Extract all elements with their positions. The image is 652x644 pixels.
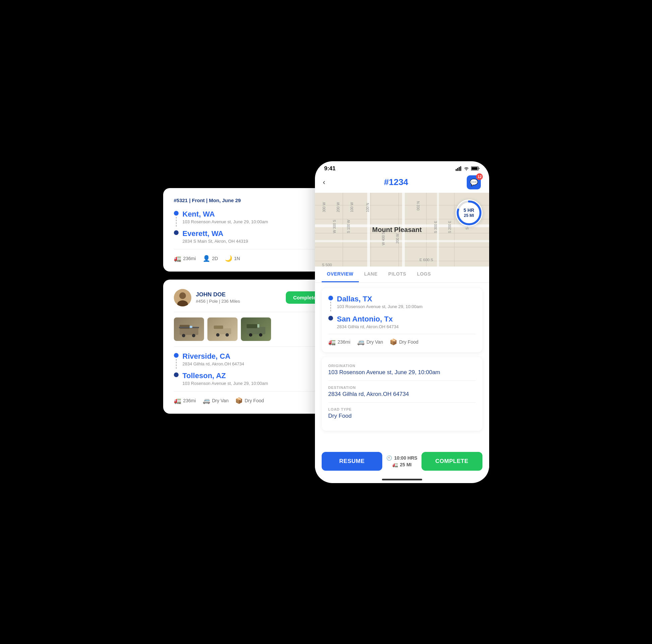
user-sub: #456 | Pole | 236 Miles — [196, 299, 240, 304]
food-icon: 📦 — [235, 397, 243, 404]
origin-label: ORIGINATION — [328, 364, 476, 368]
card2-dest-addr: 103 Rosenson Avenue st, June 29, 10:00am — [183, 381, 268, 386]
stat-miles: 🚛 236mi — [174, 255, 196, 262]
phone-dest: San Antonio, Tx 2834 Gilhla rd, Akron.OH… — [328, 315, 476, 329]
phone-dest-dot — [328, 316, 333, 320]
map-progress-circle: 5 HR 25 MI — [456, 200, 483, 226]
truck-info-icon: 🚛 — [392, 462, 398, 467]
phone-dest-city: San Antonio, Tx — [337, 315, 399, 324]
complete-button[interactable]: COMPLETE — [422, 452, 483, 471]
svg-rect-18 — [456, 169, 457, 171]
signal-icon — [456, 166, 462, 171]
phone-origin: Dallas, TX 103 Rosenson Avenue st, June … — [328, 295, 476, 311]
card2-dest-dot — [174, 372, 179, 377]
svg-text:W 300 S: W 300 S — [333, 220, 336, 233]
card2-miles: 236mi — [183, 398, 196, 403]
phone-stat-miles: 🚛 236mi — [328, 338, 350, 345]
svg-rect-9 — [214, 328, 231, 334]
phone-stat-van: 🚐 Dry Van — [357, 338, 383, 345]
tab-pilots[interactable]: PILOTS — [383, 266, 412, 282]
order-title: #1234 — [384, 177, 408, 187]
tab-logs[interactable]: LOGS — [411, 266, 436, 282]
photo-3 — [241, 317, 271, 341]
map-circle-text: 5 HR 25 MI — [464, 207, 474, 218]
status-icons — [456, 166, 480, 171]
svg-rect-8 — [190, 326, 192, 328]
left-cards: #5321 | Front | Mon, June 29 Kent, WA 10… — [163, 188, 337, 414]
svg-point-12 — [225, 333, 229, 337]
phone-van-icon: 🚐 — [357, 338, 364, 345]
photo-2 — [208, 317, 238, 341]
card2-load: Dry Food — [245, 398, 264, 403]
svg-point-15 — [249, 333, 252, 337]
origin-dot — [174, 211, 179, 215]
phone-dest-addr: 2834 Gilhla rd, Akron.OH 64734 — [337, 324, 399, 329]
svg-text:200 W: 200 W — [336, 202, 340, 212]
phone-miles: 236mi — [338, 339, 350, 345]
svg-point-16 — [259, 333, 262, 337]
tab-lane[interactable]: LANE — [359, 266, 383, 282]
svg-rect-20 — [459, 167, 460, 171]
truck-icon: 🚛 — [174, 255, 181, 262]
dest-addr-1: 2834 S Main St, Akron, OH 44319 — [183, 239, 248, 244]
message-badge: 12 — [476, 173, 483, 180]
clock-icon: 🕙 — [386, 455, 392, 461]
dest-item: Everett, WA 2834 S Main St, Akron, OH 44… — [174, 229, 327, 244]
svg-text:300 W: 300 W — [322, 202, 326, 212]
phone-origin-addr: 103 Rosenson Avenue st, June 29, 10:00am — [337, 304, 423, 309]
tabs-row: OVERVIEW LANE PILOTS LOGS — [315, 266, 489, 283]
dest-value: 2834 Gilhla rd, Akron.OH 64734 — [328, 391, 476, 397]
svg-rect-10 — [214, 326, 223, 329]
card2-stat-van: 🚐 Dry Van — [203, 397, 229, 404]
status-time: 9:41 — [324, 165, 336, 172]
card2-dest-city: Tolleson, AZ — [183, 371, 268, 380]
svg-rect-24 — [471, 167, 478, 170]
messages-button[interactable]: 💬 12 — [467, 175, 481, 189]
trip-time: 10:00 HRS — [394, 455, 417, 461]
phone-load: Dry Food — [399, 339, 418, 345]
svg-text:100 W: 100 W — [350, 202, 354, 212]
map-hours: 5 HR — [464, 207, 474, 213]
map-city-label: Mount Pleasant — [372, 226, 422, 233]
origin-addr-1: 103 Rosenson Avenue st, June 29, 10:00am — [183, 219, 268, 224]
svg-point-11 — [216, 333, 219, 337]
svg-point-22 — [466, 169, 466, 170]
stat-drivers: 👤 2D — [203, 255, 218, 262]
destination-field: DESTINATION 2834 Gilhla rd, Akron.OH 647… — [328, 386, 476, 397]
night-icon: 🌙 — [225, 255, 232, 262]
phone-container: 9:41 — [315, 161, 489, 483]
svg-rect-7 — [179, 327, 199, 328]
miles-info-row: 🚛 25 MI — [392, 462, 412, 467]
stat-drivers-val: 2D — [212, 256, 218, 261]
bottom-bar: RESUME 🕙 10:00 HRS 🚛 25 MI COMPLETE — [315, 447, 489, 479]
phone-header: ‹ #1234 💬 12 — [315, 172, 489, 193]
card1-header: #5321 | Front | Mon, June 29 — [174, 198, 327, 203]
card2-origin-city: Riverside, CA — [183, 352, 244, 361]
svg-text:200 W: 200 W — [396, 233, 399, 243]
card2-origin: Riverside, CA 2834 Gilhla rd, Akron.OH 6… — [174, 352, 327, 369]
phone-route-stats: 🚛 236mi 🚐 Dry Van 📦 Dry Food — [328, 338, 476, 345]
svg-text:S 300 E: S 300 E — [434, 221, 438, 233]
dest-label: DESTINATION — [328, 386, 476, 390]
map-area: 300 W 200 W 100 W 100 N 002 N W 300 S S … — [315, 193, 489, 266]
dest-city-1: Everett, WA — [183, 229, 248, 238]
tab-overview[interactable]: OVERVIEW — [322, 266, 359, 282]
card2-dest: Tolleson, AZ 103 Rosenson Avenue st, Jun… — [174, 371, 327, 386]
map-miles: 25 MI — [464, 213, 474, 218]
svg-text:E 600 S: E 600 S — [419, 257, 433, 261]
load-type-field: LOAD TYPE Dry Food — [328, 407, 476, 419]
van-icon: 🚐 — [203, 397, 210, 404]
user-info: JOHN DOE #456 | Pole | 236 Miles — [174, 289, 240, 306]
phone-origin-city: Dallas, TX — [337, 295, 423, 303]
svg-rect-17 — [257, 324, 259, 328]
stat-miles-val: 236mi — [183, 256, 196, 261]
phone-food-icon: 📦 — [390, 338, 397, 345]
stat-nights: 🌙 1N — [225, 255, 240, 262]
trip-miles: 25 MI — [400, 462, 412, 467]
resume-button[interactable]: RESUME — [322, 452, 383, 471]
user-name: JOHN DOE — [196, 291, 240, 298]
back-button[interactable]: ‹ — [323, 178, 325, 187]
phone-content: Dallas, TX 103 Rosenson Avenue st, June … — [315, 283, 489, 447]
svg-text:S 500: S 500 — [322, 263, 332, 266]
battery-icon — [471, 166, 480, 171]
